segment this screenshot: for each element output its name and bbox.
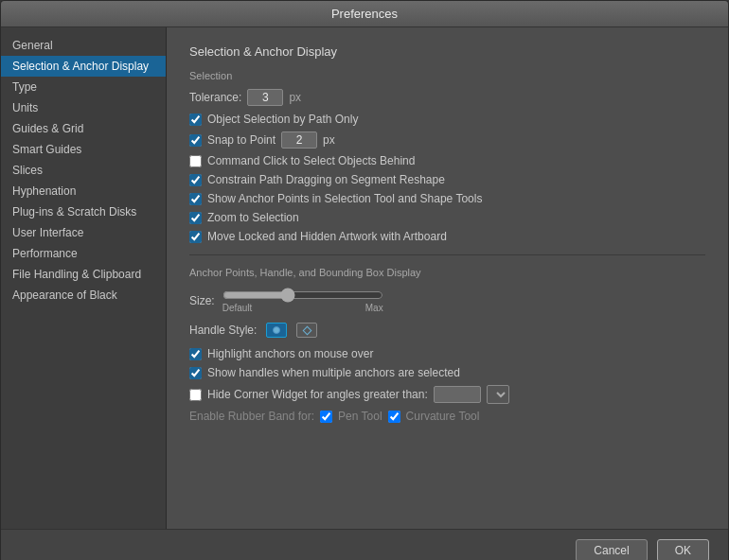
checkbox-show-handles: Show handles when multiple anchors are s… [189,366,705,379]
zoom-selection-checkbox[interactable] [189,212,202,224]
sidebar-item-user-interface[interactable]: User Interface [1,222,166,243]
show-anchor-points-label: Show Anchor Points in Selection Tool and… [207,192,482,205]
section-divider [189,254,705,255]
handle-style-solid[interactable] [266,323,287,338]
object-selection-checkbox[interactable] [189,114,202,126]
corner-widget-dropdown[interactable] [487,385,509,404]
snap-to-point-unit: px [323,133,335,147]
zoom-selection-label: Zoom to Selection [207,211,299,224]
tolerance-input[interactable] [247,89,283,106]
hide-corner-widget-label: Hide Corner Widget for angles greater th… [207,388,428,401]
highlight-anchors-label: Highlight anchors on mouse over [207,347,373,360]
handle-dot-icon [273,326,280,334]
sidebar-item-appearance-black[interactable]: Appearance of Black [1,285,166,306]
title-bar: Preferences [1,1,728,27]
snap-to-point-input[interactable] [281,131,317,149]
size-slider[interactable] [222,288,383,303]
checkbox-snap-to-point: Snap to Point px [189,131,705,149]
size-label: Size: [189,294,215,307]
ok-button[interactable]: OK [657,539,709,560]
content-panel: Selection & Anchor Display Selection Tol… [167,27,728,529]
tolerance-unit: px [289,91,301,104]
size-row: Size: Default Max [189,288,705,313]
handle-style-hollow[interactable] [296,323,317,338]
dialog-title: Preferences [331,7,398,21]
rubber-band-pen-label: Pen Tool [338,410,382,423]
checkbox-zoom-selection: Zoom to Selection [189,211,705,224]
sidebar-item-plugins-scratch[interactable]: Plug-ins & Scratch Disks [1,201,166,222]
rubber-band-curvature-label: Curvature Tool [406,410,480,423]
snap-to-point-checkbox[interactable] [189,134,202,147]
rubber-band-row: Enable Rubber Band for: Pen Tool Curvatu… [189,410,705,423]
command-click-label: Command Click to Select Objects Behind [207,154,415,167]
move-locked-checkbox[interactable] [189,231,202,243]
preferences-dialog: Preferences General Selection & Anchor D… [0,0,729,560]
cancel-button[interactable]: Cancel [576,539,647,560]
move-locked-label: Move Locked and Hidden Artwork with Artb… [207,230,447,243]
checkbox-move-locked: Move Locked and Hidden Artwork with Artb… [189,230,705,243]
rubber-band-label: Enable Rubber Band for: [189,410,314,423]
sidebar-item-smart-guides[interactable]: Smart Guides [1,139,166,160]
sidebar-item-performance[interactable]: Performance [1,243,166,264]
highlight-anchors-checkbox[interactable] [189,348,202,360]
anchor-subsection-label: Anchor Points, Handle, and Bounding Box … [189,267,705,278]
section-title: Selection & Anchor Display [189,44,705,59]
constrain-path-checkbox[interactable] [189,174,202,186]
sidebar-item-selection-anchor-display[interactable]: Selection & Anchor Display [1,56,166,77]
checkbox-show-anchor-points: Show Anchor Points in Selection Tool and… [189,192,705,205]
rubber-band-pen-checkbox[interactable] [320,411,332,423]
show-handles-label: Show handles when multiple anchors are s… [207,366,460,379]
sidebar-item-type[interactable]: Type [1,77,166,97]
sidebar: General Selection & Anchor Display Type … [1,27,167,529]
tolerance-label: Tolerance: [189,91,241,104]
checkbox-command-click: Command Click to Select Objects Behind [189,154,705,167]
size-slider-container: Default Max [222,288,383,313]
handle-style-label: Handle Style: [189,324,257,337]
rubber-band-curvature-checkbox[interactable] [388,411,400,423]
hide-corner-widget-checkbox[interactable] [189,389,202,401]
sidebar-item-units[interactable]: Units [1,97,166,118]
sidebar-item-slices[interactable]: Slices [1,160,166,181]
checkbox-highlight-anchors: Highlight anchors on mouse over [189,347,705,360]
corner-widget-row: Hide Corner Widget for angles greater th… [189,385,705,404]
corner-widget-input[interactable] [434,386,481,403]
sidebar-item-guides-grid[interactable]: Guides & Grid [1,118,166,139]
slider-labels: Default Max [222,303,383,313]
dialog-body: General Selection & Anchor Display Type … [1,27,728,529]
show-handles-checkbox[interactable] [189,367,202,379]
sidebar-item-general[interactable]: General [1,35,166,56]
handle-diamond-icon [302,325,311,335]
constrain-path-label: Constrain Path Dragging on Segment Resha… [207,173,445,186]
selection-subsection-label: Selection [189,70,705,81]
object-selection-label: Object Selection by Path Only [207,113,358,126]
command-click-checkbox[interactable] [189,155,202,167]
snap-to-point-label: Snap to Point [207,133,276,147]
show-anchor-points-checkbox[interactable] [189,193,202,205]
checkbox-object-selection: Object Selection by Path Only [189,113,705,126]
slider-min-label: Default [222,303,253,313]
handle-style-row: Handle Style: [189,323,705,338]
tolerance-row: Tolerance: px [189,89,705,106]
slider-max-label: Max [365,303,383,313]
sidebar-item-hyphenation[interactable]: Hyphenation [1,181,166,201]
sidebar-item-file-handling[interactable]: File Handling & Clipboard [1,264,166,285]
checkbox-constrain-path: Constrain Path Dragging on Segment Resha… [189,173,705,186]
dialog-footer: Cancel OK [1,529,728,560]
